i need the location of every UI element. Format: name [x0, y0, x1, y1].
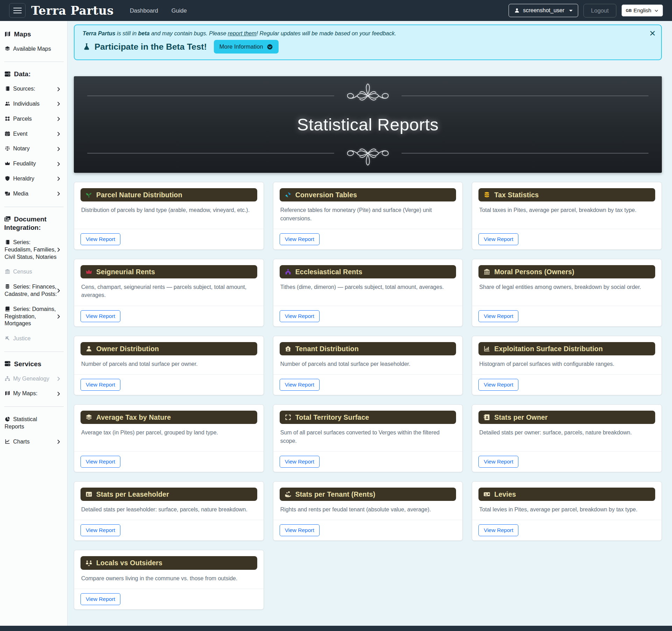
user-menu-button[interactable]: screenshot_user — [509, 4, 578, 17]
sidebar-item-individuals[interactable]: Individuals — [4, 97, 64, 112]
report-card-footer: View Report — [74, 374, 264, 395]
view-report-button[interactable]: View Report — [280, 310, 320, 322]
nav-link-dashboard[interactable]: Dashboard — [130, 7, 158, 14]
beta-alert-message: Terra Partus is still in beta and may co… — [83, 30, 643, 37]
sidebar-item-my-maps[interactable]: My Maps: — [4, 386, 64, 401]
sidebar-section-header-data: Data: — [4, 67, 64, 81]
beta-alert-text: ! Regular updates will be made based on … — [257, 30, 396, 36]
images-icon — [4, 215, 11, 222]
report-card-header: Exploitation Surface Distribution — [478, 342, 655, 355]
user-icon — [85, 345, 92, 352]
view-report-button[interactable]: View Report — [280, 524, 320, 536]
report-card-body: Total Territory SurfaceSum of all parcel… — [273, 405, 463, 451]
sidebar-item-available-maps[interactable]: Available Maps — [4, 42, 64, 57]
chevron-right-icon — [56, 101, 62, 107]
beta-alert-beta-word: beta — [138, 30, 150, 36]
brand-logo[interactable]: Terra Partus — [31, 5, 114, 16]
report-card-description: Total levies in Pites, average per parce… — [479, 505, 654, 513]
sidebar-section-header-services: Services — [4, 357, 64, 371]
report-card-seigneurial-rents: Seigneurial RentsCens, champart, seigneu… — [74, 259, 264, 327]
sidebar-item-charts[interactable]: Charts — [4, 434, 64, 449]
sidebar-item-sources[interactable]: Sources: — [4, 81, 64, 97]
chart-line-icon — [5, 439, 10, 445]
report-them-link[interactable]: report them — [228, 30, 257, 36]
report-card-header: Stats per Owner — [478, 411, 655, 424]
chevron-circle-down-icon — [267, 44, 273, 50]
view-report-button[interactable]: View Report — [280, 379, 320, 391]
report-card-description: Rights and rents per feudal tenant (abso… — [280, 505, 456, 513]
chevron-right-icon — [56, 191, 62, 197]
report-card-title: Parcel Nature Distribution — [96, 191, 182, 199]
sidebar-item-census[interactable]: Census — [4, 264, 64, 279]
language-select[interactable]: GB English — [622, 5, 663, 16]
sidebar-item-feudality[interactable]: Feudality — [4, 156, 64, 171]
view-report-button[interactable]: View Report — [80, 593, 120, 605]
sidebar-item-statistical-reports[interactable]: Statistical Reports — [4, 412, 64, 434]
report-card-stats-per-owner: Stats per OwnerDetailed stats per owner:… — [472, 404, 662, 472]
sidebar-item-series-domains-registration-mortgages[interactable]: Series: Domains, Registration, Mortgages — [4, 302, 64, 331]
reports-grid: Parcel Nature DistributionDistribution o… — [74, 182, 662, 610]
footer: Terra Partus © 2021 - Admin AboutTeamRec… — [0, 626, 672, 631]
hero-divider-line — [401, 153, 649, 154]
map-icon — [5, 390, 10, 396]
view-report-button[interactable]: View Report — [478, 379, 518, 391]
view-report-button[interactable]: View Report — [80, 524, 120, 536]
report-card-description: Histogram of parcel surfaces with config… — [479, 360, 654, 368]
view-report-button[interactable]: View Report — [280, 456, 320, 468]
view-report-button[interactable]: View Report — [478, 456, 518, 468]
more-information-button[interactable]: More Information — [214, 40, 279, 54]
chevron-right-icon — [56, 161, 62, 167]
sidebar-item-notary[interactable]: Notary — [4, 141, 64, 156]
view-report-button[interactable]: View Report — [280, 233, 320, 245]
hero-divider-line — [401, 95, 649, 96]
landmark-icon — [483, 268, 490, 275]
hamburger-menu-icon[interactable] — [9, 3, 26, 18]
chevron-right-icon — [56, 314, 62, 320]
scroll-icon — [5, 86, 10, 92]
beta-alert-heading-text: Participate in the Beta Test! — [94, 42, 207, 52]
report-card-body: Stats per Tenant (Rents)Rights and rents… — [273, 482, 463, 520]
report-card-description: Detailed stats per leaseholder: surface,… — [81, 505, 257, 513]
sidebar-item-event[interactable]: Event — [4, 127, 64, 142]
sidebar-item-series-feudalism-families-civil-status-notaries[interactable]: Series: Feudalism, Families, Civil Statu… — [4, 235, 64, 264]
sidebar-item-label: Charts — [13, 439, 30, 445]
report-card-description: Cens, champart, seigneurial rents — parc… — [81, 283, 257, 299]
language-name: English — [634, 7, 651, 14]
report-card-header: Owner Distribution — [80, 342, 257, 355]
report-card-header: Locals vs Outsiders — [80, 556, 257, 569]
sidebar-item-my-genealogy[interactable]: My Genealogy — [4, 371, 64, 387]
report-card-header: Total Territory Surface — [280, 411, 456, 424]
view-report-button[interactable]: View Report — [80, 379, 120, 391]
view-report-button[interactable]: View Report — [478, 233, 518, 245]
report-card-header: Levies — [478, 488, 655, 501]
report-card-title: Tenant Distribution — [295, 345, 359, 353]
report-card-footer: View Report — [472, 374, 662, 395]
sidebar-item-label: Census — [13, 269, 32, 275]
view-report-button[interactable]: View Report — [478, 310, 518, 322]
logout-button[interactable]: Logout — [583, 4, 616, 17]
report-card-title: Average Tax by Nature — [96, 413, 171, 421]
report-card-body: Tenant DistributionNumber of parcels and… — [273, 336, 463, 375]
sidebar-item-justice[interactable]: Justice — [4, 331, 64, 346]
navbar-right: screenshot_user Logout GB English — [509, 4, 663, 17]
sidebar-item-label: Heraldry — [13, 176, 34, 182]
view-report-button[interactable]: View Report — [478, 524, 518, 536]
sidebar-item-series-finances-cadastre-and-posts[interactable]: Series: Finances, Cadastre, and Posts: — [4, 279, 64, 302]
close-icon[interactable]: × — [649, 28, 656, 38]
sidebar-item-label: Notary — [13, 146, 30, 151]
view-report-button[interactable]: View Report — [80, 233, 120, 245]
view-report-button[interactable]: View Report — [80, 456, 120, 468]
flourish-ornament-icon — [345, 81, 391, 111]
report-card-header: Seigneurial Rents — [80, 265, 257, 278]
hero-ornament-top — [87, 81, 649, 111]
view-report-button[interactable]: View Report — [80, 310, 120, 322]
sidebar-item-parcels[interactable]: Parcels — [4, 112, 64, 127]
hero-divider-line — [87, 153, 334, 154]
sidebar-item-heraldry[interactable]: Heraldry — [4, 171, 64, 186]
beta-alert-text: is still in — [115, 30, 138, 36]
report-card-description: Tithes (dime, dimeron) — parcels subject… — [280, 283, 456, 291]
top-navbar: Terra Partus Dashboard Guide screenshot_… — [0, 0, 672, 21]
sidebar-item-media[interactable]: Media — [4, 186, 64, 201]
nav-link-guide[interactable]: Guide — [172, 7, 187, 14]
page-title: Statistical Reports — [87, 115, 649, 134]
